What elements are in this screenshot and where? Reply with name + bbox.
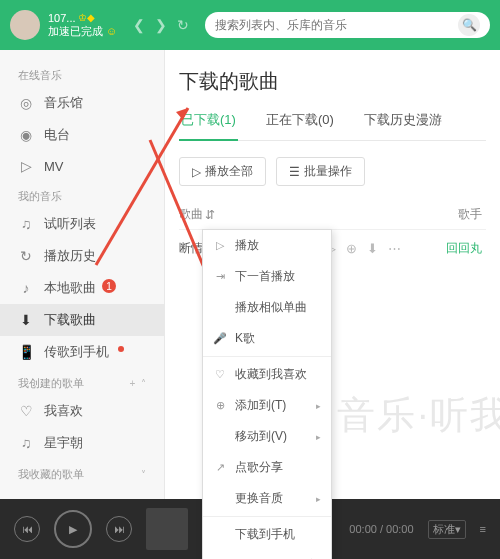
vip-icon: ♔◆ (78, 12, 95, 24)
share-icon: ↗ (213, 461, 227, 474)
nav-forward-icon[interactable]: ❯ (155, 17, 167, 33)
search-input[interactable] (215, 18, 458, 32)
row-add-icon[interactable]: ⊕ (346, 241, 357, 256)
phone-icon: 📱 (18, 344, 34, 360)
next-icon: ⇥ (213, 270, 227, 283)
download-icon: ⬇ (18, 312, 34, 328)
section-created[interactable]: 我创建的歌单+ ˄ (0, 368, 164, 395)
sidebar-item-playlist[interactable]: ♫星宇朝 (0, 427, 164, 459)
album-cover[interactable] (146, 508, 188, 550)
ctx-play[interactable]: ▷播放 (203, 230, 331, 261)
local-icon: ♪ (18, 280, 34, 296)
play-icon: ▷ (192, 165, 201, 179)
mic-icon: 🎤 (213, 332, 227, 345)
ctx-bg-music[interactable]: 设为空间背景音乐 (203, 550, 331, 559)
refresh-icon[interactable]: ↻ (177, 17, 189, 33)
ctx-move-to[interactable]: 移动到(V)▸ (203, 421, 331, 452)
ctx-ksong[interactable]: 🎤K歌 (203, 323, 331, 354)
ctx-quality[interactable]: 更换音质▸ (203, 483, 331, 514)
tab-downloading[interactable]: 正在下载(0) (264, 111, 336, 140)
ctx-add-to[interactable]: ⊕添加到(T)▸ (203, 390, 331, 421)
ctx-fav[interactable]: ♡收藏到我喜欢 (203, 359, 331, 390)
tab-downloaded[interactable]: 已下载(1) (179, 111, 238, 141)
singer-link[interactable]: 回回丸 (436, 240, 486, 257)
section-collected[interactable]: 我收藏的歌单˅ (0, 459, 164, 486)
ctx-share[interactable]: ↗点歌分享 (203, 452, 331, 483)
lyric-mode[interactable]: 标准▾ (428, 520, 466, 539)
user-info: 107...♔◆ 加速已完成 ☺ (48, 12, 117, 38)
play-all-button[interactable]: ▷播放全部 (179, 157, 266, 186)
chevron-right-icon: ▸ (316, 432, 321, 442)
sidebar-item-mv[interactable]: ▷MV (0, 151, 164, 181)
dot-icon (118, 346, 124, 352)
prev-button[interactable]: ⏮ (14, 516, 40, 542)
search-icon[interactable]: 🔍 (458, 14, 480, 36)
heart-icon: ♡ (18, 403, 34, 419)
time-display: 00:00 / 00:00 (349, 523, 413, 535)
heart-icon: ♡ (213, 368, 227, 381)
add-icon: ⊕ (213, 399, 227, 412)
row-more-icon[interactable]: ⋯ (388, 241, 401, 256)
radio-icon: ◉ (18, 127, 34, 143)
playlist-icon: ♫ (18, 435, 34, 451)
page-title: 下载的歌曲 (179, 68, 486, 95)
sort-icon: ⇵ (205, 208, 215, 222)
sidebar-item-music-hall[interactable]: ◎音乐馆 (0, 87, 164, 119)
next-button[interactable]: ⏭ (106, 516, 132, 542)
playlist-icon[interactable]: ≡ (480, 523, 486, 535)
plus-icon[interactable]: + ˄ (130, 378, 146, 389)
chevron-right-icon: ▸ (316, 401, 321, 411)
sidebar-item-history[interactable]: ↻播放历史 (0, 240, 164, 272)
section-online: 在线音乐 (0, 60, 164, 87)
nav-back-icon[interactable]: ❮ (133, 17, 145, 33)
play-button[interactable]: ▶ (54, 510, 92, 548)
tab-history[interactable]: 下载历史漫游 (362, 111, 444, 140)
badge: 1 (102, 279, 116, 293)
section-mymusic: 我的音乐 (0, 181, 164, 208)
search-box[interactable]: 🔍 (205, 12, 490, 38)
ctx-play-next[interactable]: ⇥下一首播放 (203, 261, 331, 292)
list-icon: ♫ (18, 216, 34, 232)
row-download-icon[interactable]: ⬇ (367, 241, 378, 256)
chevron-down-icon[interactable]: ˅ (141, 469, 146, 480)
background-text: 音乐·听我 (337, 390, 500, 441)
play-icon: ▷ (213, 239, 227, 252)
batch-button[interactable]: ☰批量操作 (276, 157, 365, 186)
list-icon: ☰ (289, 165, 300, 179)
chevron-right-icon: ▸ (316, 494, 321, 504)
avatar[interactable] (10, 10, 40, 40)
ctx-to-phone[interactable]: 下载到手机 (203, 519, 331, 550)
mv-icon: ▷ (18, 158, 34, 174)
ctx-similar[interactable]: 播放相似单曲 (203, 292, 331, 323)
context-menu: ▷播放 ⇥下一首播放 播放相似单曲 🎤K歌 ♡收藏到我喜欢 ⊕添加到(T)▸ 移… (202, 229, 332, 559)
music-hall-icon: ◎ (18, 95, 34, 111)
col-song-header[interactable]: 歌曲⇵ (179, 206, 326, 223)
sidebar-item-like[interactable]: ♡我喜欢 (0, 395, 164, 427)
sidebar-item-download[interactable]: ⬇下载歌曲 (0, 304, 164, 336)
history-icon: ↻ (18, 248, 34, 264)
sidebar-item-trial[interactable]: ♫试听列表 (0, 208, 164, 240)
sidebar: 在线音乐 ◎音乐馆 ◉电台 ▷MV 我的音乐 ♫试听列表 ↻播放历史 ♪本地歌曲… (0, 50, 165, 499)
sidebar-item-radio[interactable]: ◉电台 (0, 119, 164, 151)
col-singer-header[interactable]: 歌手 (436, 206, 486, 223)
sidebar-item-local[interactable]: ♪本地歌曲1 (0, 272, 164, 304)
sidebar-item-transfer[interactable]: 📱传歌到手机 (0, 336, 164, 368)
